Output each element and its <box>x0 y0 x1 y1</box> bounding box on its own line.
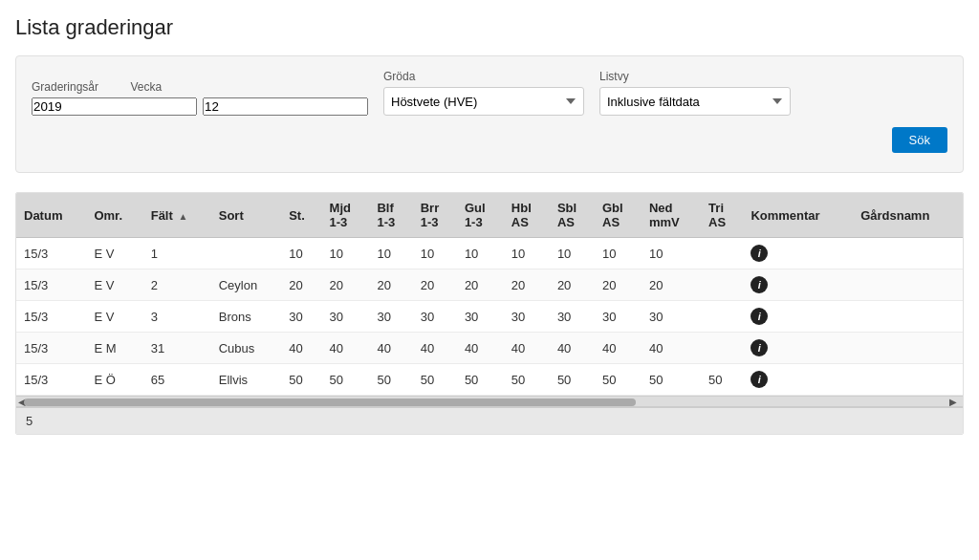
page-title: Lista graderingar <box>15 15 964 40</box>
cell-tri <box>701 301 743 333</box>
cell-mjd: 10 <box>322 238 370 269</box>
cell-brr: 20 <box>413 269 457 301</box>
horizontal-scrollbar[interactable]: ◀ ▶ <box>16 396 963 407</box>
cell-sort: Brons <box>211 301 281 333</box>
info-icon[interactable]: i <box>751 308 768 325</box>
cell-falt: 65 <box>143 364 211 396</box>
scroll-right-arrow[interactable]: ▶ <box>949 398 957 407</box>
cell-tri <box>701 333 743 364</box>
cell-sort: Ellvis <box>211 364 281 396</box>
cell-datum: 15/3 <box>16 269 86 301</box>
table-footer: 5 <box>16 407 963 434</box>
cell-omr: E Ö <box>86 364 142 396</box>
cell-gul: 10 <box>457 238 504 269</box>
cell-mjd: 40 <box>322 333 370 364</box>
scrollbar-thumb[interactable] <box>24 398 636 406</box>
cell-gbl: 10 <box>595 238 642 269</box>
cell-kommentar: i <box>743 301 853 333</box>
cell-gul: 40 <box>457 333 504 364</box>
cell-falt: 31 <box>143 333 211 364</box>
graderingsår-input[interactable] <box>32 97 197 116</box>
cell-omr: E V <box>86 269 142 301</box>
cell-datum: 15/3 <box>16 364 86 396</box>
cell-brr: 30 <box>413 301 457 333</box>
vecka-label: Vecka <box>130 80 162 94</box>
filter-bar: Graderingsår Vecka Gröda Höstvete (HVE) … <box>15 55 964 173</box>
cell-sort: Cubus <box>211 333 281 364</box>
cell-falt: 2 <box>143 269 211 301</box>
cell-sbl: 20 <box>550 269 595 301</box>
graderingsår-vecka-label: Graderingsår Vecka <box>32 80 368 94</box>
cell-tri <box>701 269 743 301</box>
gröda-group: Gröda Höstvete (HVE) Vårvete Korn Havre <box>383 70 584 116</box>
info-icon[interactable]: i <box>751 339 768 356</box>
cell-gardsnamn <box>853 301 963 333</box>
cell-blf: 50 <box>369 364 412 396</box>
info-icon[interactable]: i <box>751 276 768 293</box>
info-icon[interactable]: i <box>751 245 768 262</box>
cell-gbl: 20 <box>595 269 642 301</box>
cell-omr: E V <box>86 301 142 333</box>
col-mjd: Mjd1-3 <box>322 193 370 238</box>
cell-hbl: 30 <box>504 301 550 333</box>
cell-mjd: 20 <box>322 269 370 301</box>
cell-blf: 10 <box>369 238 412 269</box>
table-row: 15/3E V1101010101010101010i <box>16 238 963 269</box>
col-sort: Sort <box>211 193 281 238</box>
cell-ned: 30 <box>642 301 701 333</box>
col-st: St. <box>281 193 321 238</box>
cell-blf: 30 <box>369 301 412 333</box>
info-icon[interactable]: i <box>751 371 768 388</box>
cell-hbl: 20 <box>504 269 550 301</box>
cell-gul: 20 <box>457 269 504 301</box>
cell-brr: 50 <box>413 364 457 396</box>
col-omr: Omr. <box>86 193 142 238</box>
cell-brr: 10 <box>413 238 457 269</box>
cell-mjd: 50 <box>322 364 370 396</box>
cell-sort <box>211 238 281 269</box>
vecka-input[interactable] <box>203 97 368 116</box>
graderingsår-vecka-group: Graderingsår Vecka <box>32 80 368 116</box>
graderingar-table: Datum Omr. Fält ▲ Sort St. Mjd1-3 Blf1-3… <box>16 193 963 396</box>
cell-kommentar: i <box>743 364 853 396</box>
col-hbl: HblAS <box>504 193 550 238</box>
cell-falt: 1 <box>143 238 211 269</box>
gröda-label: Gröda <box>383 70 584 83</box>
cell-gul: 50 <box>457 364 504 396</box>
table-row: 15/3E V3Brons303030303030303030i <box>16 301 963 333</box>
cell-omr: E V <box>86 238 142 269</box>
cell-kommentar: i <box>743 333 853 364</box>
col-blf: Blf1-3 <box>369 193 412 238</box>
col-gardsnamn: Gårdsnamn <box>853 193 963 238</box>
search-button[interactable]: Sök <box>892 127 947 153</box>
col-datum: Datum <box>16 193 86 238</box>
cell-mjd: 30 <box>322 301 370 333</box>
cell-blf: 40 <box>369 333 412 364</box>
cell-brr: 40 <box>413 333 457 364</box>
cell-st: 40 <box>281 333 321 364</box>
cell-datum: 15/3 <box>16 333 86 364</box>
table-row: 15/3E Ö65Ellvis50505050505050505050i <box>16 364 963 396</box>
cell-omr: E M <box>86 333 142 364</box>
col-gbl: GblAS <box>595 193 642 238</box>
col-falt[interactable]: Fält ▲ <box>143 193 211 238</box>
table-header-row: Datum Omr. Fält ▲ Sort St. Mjd1-3 Blf1-3… <box>16 193 963 238</box>
cell-sbl: 30 <box>550 301 595 333</box>
cell-hbl: 40 <box>504 333 550 364</box>
cell-ned: 40 <box>642 333 701 364</box>
cell-blf: 20 <box>369 269 412 301</box>
cell-st: 30 <box>281 301 321 333</box>
cell-gardsnamn <box>853 333 963 364</box>
table-row: 15/3E M31Cubus404040404040404040i <box>16 333 963 364</box>
table-row: 15/3E V2Ceylon202020202020202020i <box>16 269 963 301</box>
graderingsår-label: Graderingsår <box>32 80 98 94</box>
cell-gbl: 30 <box>595 301 642 333</box>
cell-gbl: 50 <box>595 364 642 396</box>
cell-datum: 15/3 <box>16 238 86 269</box>
cell-ned: 50 <box>642 364 701 396</box>
listvy-select[interactable]: Inklusive fältdata Exklusive fältdata <box>599 87 791 116</box>
cell-tri: 50 <box>701 364 743 396</box>
col-ned: NedmmV <box>642 193 701 238</box>
gröda-select[interactable]: Höstvete (HVE) Vårvete Korn Havre <box>383 87 584 116</box>
cell-gul: 30 <box>457 301 504 333</box>
